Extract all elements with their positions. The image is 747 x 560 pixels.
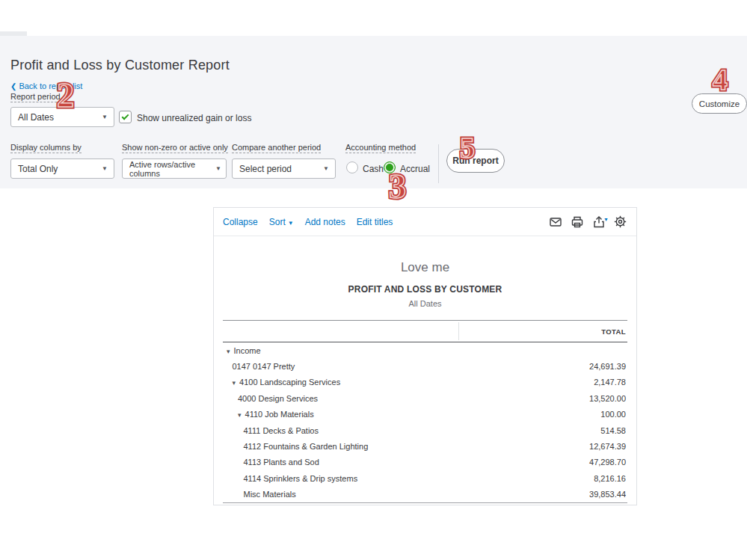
account-name: Income (234, 346, 261, 355)
amount-cell: 8,216.16 (594, 474, 627, 483)
report-company-name: Love me (214, 260, 636, 275)
display-columns-by-select[interactable]: Total Only ▼ (10, 159, 114, 179)
show-nonzero-select[interactable]: Active rows/active columns ▼ (122, 159, 227, 179)
amount-cell: 100.00 (600, 410, 627, 419)
report-table-body: ▾Income0147 0147 Pretty24,691.39▾4100 La… (223, 342, 627, 502)
accounting-method-label: Accounting method (345, 143, 416, 153)
filter-group-divider (438, 144, 439, 183)
compare-period-select[interactable]: Select period ▼ (232, 159, 336, 179)
account-name: 4000 Design Services (238, 394, 318, 403)
collapse-row-caret-icon[interactable]: ▾ (227, 348, 230, 355)
sort-link[interactable]: Sort▼ (269, 217, 294, 227)
amount-cell: 47,298.70 (589, 458, 627, 467)
show-unrealized-checkbox[interactable] (119, 111, 132, 123)
chevron-down-icon: ▼ (323, 165, 329, 172)
chevron-down-icon: ▼ (603, 217, 609, 222)
table-row: 4000 Design Services13,520.00 (223, 390, 627, 406)
table-row: 4112 Fountains & Garden Lighting12,674.3… (223, 438, 627, 454)
customize-button[interactable]: Customize (692, 93, 747, 114)
report-table: TOTAL ▾Income0147 0147 Pretty24,691.39▾4… (223, 320, 627, 503)
table-row: Misc Materials39,853.44 (223, 487, 627, 502)
report-period-value: All Dates (18, 112, 54, 123)
table-row: ▾Income (223, 342, 627, 358)
show-unrealized-label: Show unrealized gain or loss (137, 113, 251, 123)
collapse-row-caret-icon[interactable]: ▾ (233, 379, 236, 387)
table-bottom-rule (223, 502, 627, 503)
account-name: 4113 Plants and Sod (244, 458, 319, 467)
chevron-down-icon: ▼ (215, 165, 221, 172)
table-row: 4114 Sprinklers & Drip systems8,216.16 (223, 470, 627, 486)
accounting-method-radio-cash[interactable] (346, 161, 358, 173)
column-divider (458, 322, 459, 340)
show-nonzero-label: Show non-zero or active only (122, 143, 228, 153)
email-icon[interactable] (548, 215, 562, 229)
profit-loss-report-page: Profit and Loss by Customer Report ❮Back… (0, 0, 747, 560)
chevron-down-icon: ▼ (102, 165, 108, 172)
account-name: 0147 0147 Pretty (233, 362, 295, 371)
checkmark-icon (122, 113, 129, 120)
amount-cell: 24,691.39 (589, 362, 627, 371)
collapse-link[interactable]: Collapse (223, 217, 258, 227)
annotation-step-5: 55 (460, 133, 475, 163)
account-name: 4112 Fountains & Garden Lighting (244, 442, 369, 451)
amount-cell: 12,674.39 (589, 442, 627, 451)
table-header-row: TOTAL (223, 321, 627, 342)
report-title: PROFIT AND LOSS BY CUSTOMER (214, 284, 636, 295)
annotation-step-2: 22 (57, 79, 74, 113)
account-name: 4100 Landscaping Services (239, 378, 340, 387)
table-row: 0147 0147 Pretty24,691.39 (223, 358, 627, 374)
chevron-left-icon: ❮ (10, 82, 16, 90)
report-subtitle: All Dates (214, 299, 636, 308)
table-row: 4111 Decks & Patios514.58 (223, 422, 627, 438)
settings-gear-icon[interactable] (613, 215, 627, 229)
amount-cell: 514.58 (600, 426, 627, 435)
account-name: 4111 Decks & Patios (244, 426, 319, 435)
export-icon[interactable]: ▼ (591, 215, 606, 229)
report-panel: Collapse Sort▼ Add notes Edit titles ▼ (213, 207, 637, 505)
page-title: Profit and Loss by Customer Report (10, 58, 230, 73)
cash-radio-label: Cash (363, 164, 384, 174)
run-report-button[interactable]: Run report (446, 149, 505, 173)
annotation-step-4: 44 (713, 65, 728, 95)
account-name: 4114 Sprinklers & Drip systems (244, 474, 358, 483)
table-row: ▾4100 Landscaping Services2,147.78 (223, 375, 627, 390)
compare-period-value: Select period (239, 164, 292, 174)
show-nonzero-value: Active rows/active columns (129, 160, 215, 178)
edit-titles-link[interactable]: Edit titles (357, 217, 393, 227)
annotation-step-3: 33 (389, 170, 406, 204)
total-column-header: TOTAL (601, 327, 626, 336)
table-row: 4113 Plants and Sod47,298.70 (223, 455, 627, 470)
collapse-row-caret-icon[interactable]: ▾ (238, 411, 242, 419)
print-icon[interactable] (570, 215, 584, 229)
display-columns-by-label: Display columns by (10, 143, 82, 153)
report-toolbar: Collapse Sort▼ Add notes Edit titles ▼ (214, 208, 636, 236)
amount-cell: 39,853.44 (589, 490, 627, 499)
amount-cell: 13,520.00 (589, 394, 627, 403)
add-notes-link[interactable]: Add notes (305, 217, 345, 227)
account-name: Misc Materials (244, 490, 296, 499)
report-period-label: Report period (10, 92, 61, 102)
amount-cell: 2,147.78 (594, 378, 627, 387)
chevron-down-icon: ▼ (102, 114, 108, 120)
account-name: 4110 Job Materials (245, 410, 314, 419)
display-columns-by-value: Total Only (18, 164, 58, 174)
chevron-down-icon: ▼ (288, 220, 294, 227)
compare-period-label: Compare another period (232, 143, 321, 153)
table-row: ▾4110 Job Materials100.00 (223, 407, 627, 422)
